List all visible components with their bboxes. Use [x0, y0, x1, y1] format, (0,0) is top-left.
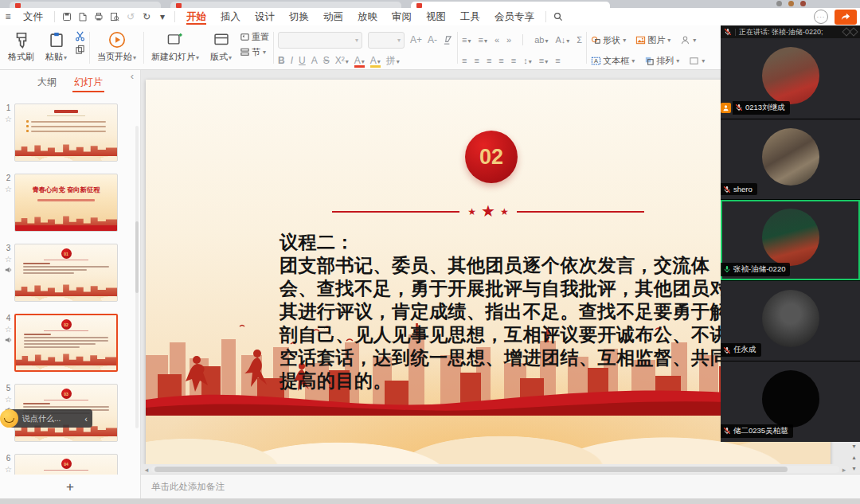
justify-button[interactable]: ≡: [498, 56, 503, 65]
menu-tab-review[interactable]: 审阅: [385, 8, 419, 25]
comment-input[interactable]: 说点什么... ‹: [10, 409, 92, 428]
italic-button[interactable]: I: [291, 55, 293, 66]
font-size-select[interactable]: ▾: [368, 32, 405, 49]
user-avatar[interactable]: [776, 1, 782, 6]
menu-tab-design[interactable]: 设计: [248, 8, 282, 25]
tab-outline[interactable]: 大纲: [37, 70, 57, 94]
participant-tile[interactable]: 0213刘继成: [721, 38, 860, 119]
textbox-button[interactable]: A文本框▾: [591, 55, 635, 67]
hamburger-icon[interactable]: ≡: [1, 10, 15, 24]
line-spacing-button[interactable]: ↕▾: [523, 56, 532, 65]
reset-button[interactable]: 重置: [240, 31, 269, 43]
add-slide-button[interactable]: +: [66, 480, 74, 494]
shapes-button[interactable]: 形状▾: [591, 34, 626, 46]
copy-button[interactable]: [75, 45, 85, 55]
horizontal-scrollbar[interactable]: ◂ ▸: [142, 465, 849, 474]
share-button[interactable]: [835, 10, 857, 25]
layout-button[interactable]: 版式▾: [207, 29, 235, 64]
align-center-button[interactable]: ≡: [475, 56, 479, 65]
superscript-button[interactable]: X²▾: [335, 55, 349, 66]
feedback-icon[interactable]: ···: [814, 10, 828, 24]
slide-thumbnail-1[interactable]: [14, 104, 118, 162]
bullet-list-button[interactable]: ≡▾: [462, 35, 471, 45]
save-icon[interactable]: [60, 10, 74, 24]
paste-button[interactable]: 粘贴▾: [42, 29, 70, 64]
notes-bar[interactable]: 单击此处添加备注: [140, 474, 860, 498]
bold-button[interactable]: B: [278, 55, 285, 66]
sidebar-scrollbar[interactable]: [135, 126, 139, 428]
participant-tile[interactable]: shero: [721, 119, 860, 200]
slide-master-button[interactable]: ▾: [689, 56, 705, 66]
font-family-select[interactable]: ▾: [278, 32, 362, 49]
user-avatar[interactable]: [788, 1, 794, 6]
slide-thumbnail-4-selected[interactable]: 02: [14, 314, 118, 372]
slide-thumbnail-2[interactable]: 青春心向党 奋向新征程: [14, 174, 118, 232]
sort-text-button[interactable]: A↓▾: [555, 35, 569, 45]
collapse-comment-icon[interactable]: ‹: [84, 414, 88, 424]
menu-tab-slideshow[interactable]: 放映: [350, 8, 385, 25]
distribute-button[interactable]: ≡: [511, 56, 516, 65]
text-direction-button[interactable]: ab▾: [534, 35, 548, 45]
menu-tab-home[interactable]: 开始: [179, 8, 213, 25]
toolbar-collapse-icon[interactable]: ▾: [155, 10, 170, 24]
decrease-indent-button[interactable]: «: [494, 35, 499, 45]
document-tab[interactable]: [10, 2, 161, 8]
mic-muted-icon[interactable]: [724, 28, 732, 36]
highlight-button[interactable]: A▾: [370, 55, 381, 66]
char-spacing-button[interactable]: A: [311, 55, 318, 66]
participant-tile-speaking[interactable]: 张祯-油储-0220: [721, 200, 860, 280]
menu-tab-animation[interactable]: 动画: [316, 8, 350, 25]
vertical-scroll-down-icon[interactable]: ▾: [852, 443, 855, 450]
clear-format-icon[interactable]: [443, 35, 453, 45]
play-from-current-button[interactable]: 当页开始▾: [94, 29, 139, 64]
equation-button[interactable]: Σ: [577, 35, 582, 45]
tab-slides[interactable]: 幻灯片: [74, 70, 103, 94]
menu-tab-member[interactable]: 会员专享: [487, 8, 541, 25]
scroll-right-icon[interactable]: ▸: [839, 466, 849, 474]
scroll-left-icon[interactable]: ◂: [142, 466, 151, 474]
menu-tab-insert[interactable]: 插入: [213, 8, 248, 25]
align-right-button[interactable]: ≡: [487, 56, 491, 65]
underline-button[interactable]: U: [299, 55, 306, 66]
format-painter-button[interactable]: 格式刷: [5, 29, 37, 64]
document-tab-active[interactable]: [411, 2, 610, 8]
scrollbar-thumb[interactable]: [154, 467, 788, 472]
increase-font-button[interactable]: A+: [410, 34, 422, 45]
document-tab[interactable]: [170, 2, 401, 8]
user-avatar[interactable]: [800, 1, 806, 6]
emoji-icon[interactable]: [0, 409, 18, 428]
participant-tile[interactable]: 任永成: [721, 281, 860, 361]
section-button[interactable]: 节▾: [240, 46, 269, 58]
menu-tab-view[interactable]: 视图: [419, 8, 453, 25]
print-preview-icon[interactable]: [108, 10, 122, 24]
collapse-panel-icon[interactable]: ‹: [131, 70, 134, 82]
strikethrough-button[interactable]: S: [323, 55, 330, 66]
picture-button[interactable]: 图片▾: [635, 34, 670, 46]
menu-file[interactable]: 文件: [16, 8, 50, 25]
menu-tab-tools[interactable]: 工具: [453, 8, 487, 25]
decrease-font-button[interactable]: A-: [428, 34, 437, 45]
export-icon[interactable]: [76, 10, 90, 24]
participant-tile[interactable]: 储二0235吴柏慧: [721, 361, 860, 442]
previous-slide-button[interactable]: ▴: [852, 454, 855, 461]
slide-thumbnail-6[interactable]: 04: [14, 454, 118, 475]
search-icon[interactable]: [551, 10, 565, 24]
align-left-button[interactable]: ≡: [462, 56, 467, 65]
increase-indent-button[interactable]: »: [506, 35, 511, 45]
slide-body-textbox[interactable]: 议程二： 团支部书记、委员、其他团员逐个依次发言，交流体会、查找不足，勇于开展批…: [280, 231, 730, 393]
slide-thumbnail-3[interactable]: 01: [14, 244, 118, 302]
avatar-insert-button[interactable]: ▾: [680, 35, 696, 45]
paragraph-spacing-button[interactable]: ≡▾: [539, 56, 548, 65]
new-slide-button[interactable]: 新建幻灯片▾: [148, 29, 202, 64]
columns-button[interactable]: ≡: [555, 56, 560, 65]
menu-tab-transition[interactable]: 切换: [282, 8, 316, 25]
cut-button[interactable]: [75, 31, 85, 41]
font-color-button[interactable]: A▾: [354, 55, 365, 66]
print-icon[interactable]: [92, 10, 106, 24]
arrange-button[interactable]: 排列▾: [644, 55, 679, 67]
redo-icon[interactable]: ↻: [139, 10, 154, 24]
phonetic-guide-button[interactable]: 拼▾: [386, 54, 400, 68]
undo-icon[interactable]: ↺: [123, 10, 138, 24]
next-slide-button[interactable]: ▾: [852, 465, 855, 472]
numbered-list-button[interactable]: ≡▾: [479, 35, 487, 45]
